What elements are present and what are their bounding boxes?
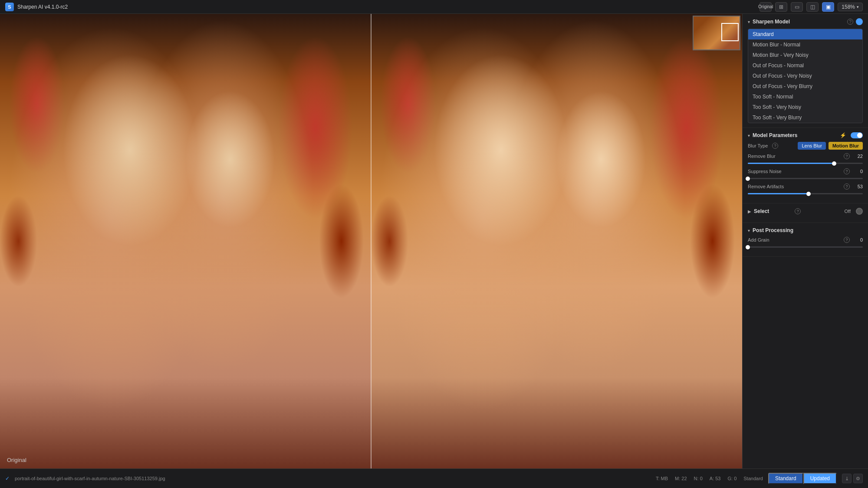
- chevron-down-icon: ▾: [748, 20, 750, 24]
- add-grain-slider[interactable]: [748, 246, 863, 248]
- grid-2x2-button[interactable]: ⊞: [775, 2, 787, 12]
- select-section: ▶ Select ? Off: [743, 203, 868, 223]
- model-parameters-section: ▾ Model Parameters ⚡ Blur Type ? Lens Bl…: [743, 128, 868, 203]
- add-grain-container: Add Grain ? 0: [748, 237, 863, 248]
- model-out-of-focus-very-noisy[interactable]: Out of Focus - Very Noisy: [748, 71, 862, 81]
- select-header[interactable]: ▶ Select ? Off: [748, 208, 863, 215]
- grid-full-button[interactable]: ▣: [822, 2, 834, 12]
- grid-split-button[interactable]: ◫: [806, 2, 819, 12]
- blur-type-row: Blur Type ? Lens Blur Motion Blur: [748, 142, 863, 150]
- remove-artifacts-container: Remove Artifacts ? 53: [748, 183, 863, 194]
- meta-m: M: 22: [675, 476, 687, 481]
- meta-t: T: MB: [656, 476, 668, 481]
- thumbnail-preview[interactable]: [693, 16, 740, 50]
- meta-n: N: 0: [694, 476, 703, 481]
- meta-model: Standard: [743, 476, 763, 481]
- suppress-noise-value: 0: [852, 169, 863, 174]
- bottom-icons: ⤓ ⚙: [842, 474, 863, 483]
- zoom-value: 158%: [842, 4, 855, 10]
- app-name: Sharpen AI v4.1.0-rc2: [17, 4, 68, 10]
- blur-type-label: Blur Type: [748, 143, 768, 148]
- status-filename: portrait-of-beautiful-girl-with-scarf-in…: [15, 476, 651, 481]
- chevron-right-icon: ▶: [748, 209, 751, 214]
- image-container: Original: [0, 14, 742, 468]
- select-toggle[interactable]: [856, 208, 863, 215]
- post-processing-section: ▾ Post Processing Add Grain ? 0: [743, 223, 868, 257]
- statusbar: ✓ portrait-of-beautiful-girl-with-scarf-…: [0, 468, 868, 488]
- settings-icon-button[interactable]: ⚙: [853, 474, 863, 483]
- model-list: Standard Motion Blur - Normal Motion Blu…: [748, 29, 863, 123]
- select-info-icon[interactable]: ?: [795, 208, 801, 214]
- suppress-noise-info-icon[interactable]: ?: [844, 168, 850, 174]
- remove-blur-info-icon[interactable]: ?: [844, 153, 850, 159]
- model-out-of-focus-very-blurry[interactable]: Out of Focus - Very Blurry: [748, 81, 862, 92]
- model-too-soft-very-blurry[interactable]: Too Soft - Very Blurry: [748, 112, 862, 123]
- model-too-soft-very-noisy[interactable]: Too Soft - Very Noisy: [748, 102, 862, 112]
- toolbar-icons: Original ⊞ ▭ ◫ ▣ 158% ▾: [760, 2, 863, 12]
- model-motion-blur-very-noisy[interactable]: Motion Blur - Very Noisy: [748, 50, 862, 60]
- zoom-control[interactable]: 158% ▾: [838, 3, 863, 11]
- motion-blur-chip[interactable]: Motion Blur: [829, 142, 863, 150]
- remove-blur-label: Remove Blur: [748, 154, 844, 159]
- original-button[interactable]: Original: [760, 2, 772, 12]
- export-icon-button[interactable]: ⤓: [842, 474, 852, 483]
- model-params-toggle[interactable]: [851, 132, 863, 138]
- sharpen-model-header[interactable]: ▾ Sharpen Model ?: [748, 18, 863, 25]
- remove-artifacts-slider[interactable]: [748, 193, 863, 194]
- model-motion-blur-normal[interactable]: Motion Blur - Normal: [748, 39, 862, 50]
- main-image-area: Original: [0, 14, 742, 468]
- model-parameters-label: Model Parameters: [753, 132, 837, 138]
- split-divider: [371, 14, 372, 468]
- processed-image-panel: [371, 14, 742, 468]
- post-processing-label: Post Processing: [753, 227, 863, 233]
- sharpen-model-label: Sharpen Model: [753, 19, 845, 25]
- meta-g: G: 0: [727, 476, 736, 481]
- original-label: Original: [7, 457, 26, 463]
- sharpen-model-toggle[interactable]: [856, 18, 863, 25]
- lens-blur-chip[interactable]: Lens Blur: [798, 142, 825, 150]
- remove-blur-container: Remove Blur ? 22: [748, 153, 863, 164]
- meta-a: A: 53: [710, 476, 721, 481]
- grid-1x1-button[interactable]: ▭: [791, 2, 803, 12]
- remove-artifacts-info-icon[interactable]: ?: [844, 183, 850, 190]
- blur-type-info-icon[interactable]: ?: [772, 143, 778, 149]
- status-meta: T: MB M: 22 N: 0 A: 53 G: 0 Standard: [656, 476, 763, 481]
- post-processing-header[interactable]: ▾ Post Processing: [748, 227, 863, 233]
- bottom-tabs: Standard Updated: [768, 473, 837, 484]
- chevron-down-icon-3: ▾: [748, 228, 750, 233]
- remove-artifacts-label: Remove Artifacts: [748, 184, 844, 189]
- tab-updated[interactable]: Updated: [803, 473, 837, 484]
- lightning-icon: ⚡: [840, 132, 846, 138]
- original-image-panel: Original: [0, 14, 371, 468]
- chevron-down-icon-2: ▾: [748, 133, 750, 138]
- zoom-chevron-icon: ▾: [857, 5, 859, 9]
- sharpen-model-section: ▾ Sharpen Model ? Standard Motion Blur -…: [743, 14, 868, 128]
- thumbnail-viewport: [721, 23, 739, 41]
- select-label: Select: [754, 208, 792, 214]
- sharpen-model-info-icon[interactable]: ?: [847, 19, 853, 25]
- suppress-noise-slider[interactable]: [748, 178, 863, 179]
- tab-standard[interactable]: Standard: [768, 473, 803, 484]
- suppress-noise-container: Suppress Noise ? 0: [748, 168, 863, 179]
- right-panel: ▾ Sharpen Model ? Standard Motion Blur -…: [742, 14, 868, 468]
- status-check-icon: ✓: [5, 475, 10, 481]
- model-standard[interactable]: Standard: [748, 29, 862, 39]
- model-parameters-header[interactable]: ▾ Model Parameters ⚡: [748, 132, 863, 138]
- model-out-of-focus-normal[interactable]: Out of Focus - Normal: [748, 60, 862, 71]
- suppress-noise-label: Suppress Noise: [748, 169, 844, 174]
- model-too-soft-normal[interactable]: Too Soft - Normal: [748, 92, 862, 102]
- remove-artifacts-value: 53: [852, 184, 863, 189]
- add-grain-info-icon[interactable]: ?: [844, 237, 850, 243]
- app-icon: S: [5, 3, 14, 11]
- add-grain-label: Add Grain: [748, 237, 844, 242]
- select-value: Off: [845, 209, 851, 214]
- add-grain-value: 0: [852, 237, 863, 242]
- remove-blur-slider[interactable]: [748, 163, 863, 164]
- remove-blur-value: 22: [852, 154, 863, 159]
- titlebar: S Sharpen AI v4.1.0-rc2 Original ⊞ ▭ ◫ ▣…: [0, 0, 868, 14]
